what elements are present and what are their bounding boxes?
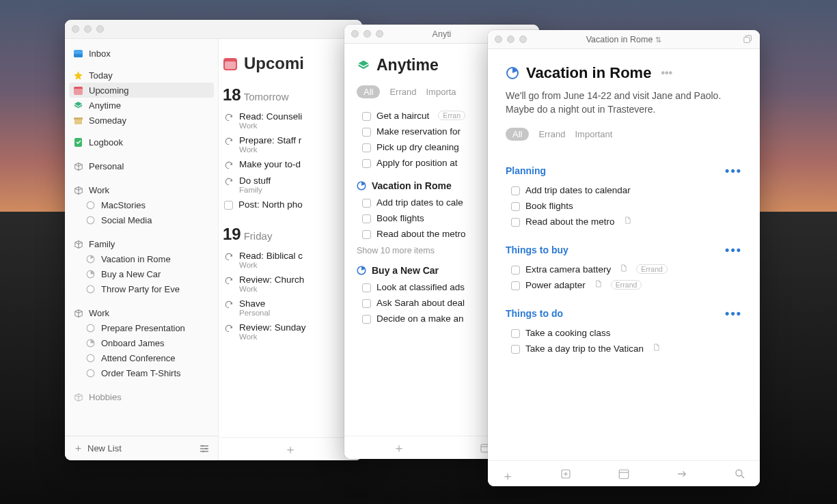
- sidebar-area-family[interactable]: Family: [65, 237, 218, 251]
- section-header[interactable]: Things to buy•••: [506, 229, 742, 262]
- pill-important[interactable]: Importa: [426, 87, 456, 97]
- add-icon[interactable]: ＋: [393, 440, 405, 456]
- more-icon[interactable]: •••: [661, 67, 672, 79]
- sidebar-project[interactable]: Prepare Presentation: [65, 320, 218, 335]
- new-heading-icon[interactable]: [560, 468, 572, 480]
- task-row[interactable]: Book flights: [506, 198, 742, 214]
- section-header[interactable]: Things to do•••: [506, 293, 742, 325]
- sidebar-area-work1[interactable]: Work: [65, 183, 218, 197]
- task-row[interactable]: ShavePersonal: [219, 296, 362, 320]
- sidebar-project[interactable]: Attend Conference: [65, 350, 218, 365]
- sidebar-label: Logbook: [89, 137, 123, 148]
- checkbox[interactable]: [511, 329, 520, 338]
- sidebar-someday[interactable]: Someday: [65, 113, 218, 128]
- checkbox[interactable]: [362, 283, 371, 292]
- pill-all[interactable]: All: [357, 85, 380, 98]
- checkbox[interactable]: [362, 214, 371, 223]
- more-icon[interactable]: •••: [725, 307, 742, 321]
- checkbox[interactable]: [362, 315, 371, 324]
- calendar-icon: [223, 56, 238, 71]
- checkbox[interactable]: [362, 112, 371, 121]
- checkbox[interactable]: [511, 345, 520, 354]
- checkbox[interactable]: [362, 199, 371, 208]
- task-tag[interactable]: Errand: [636, 264, 668, 274]
- checkbox[interactable]: [511, 266, 520, 275]
- pill-all[interactable]: All: [506, 128, 529, 141]
- pie-icon: [85, 353, 96, 363]
- add-icon[interactable]: ＋: [284, 441, 297, 458]
- task-title: Ask Sarah about deal: [376, 298, 465, 308]
- project-label: Throw Party for Eve: [101, 284, 180, 294]
- pie-icon: [506, 66, 519, 80]
- checkbox[interactable]: [362, 128, 371, 137]
- traffic-min[interactable]: [84, 25, 92, 33]
- sidebar-project[interactable]: Order Team T-Shirts: [65, 365, 218, 380]
- calendar-icon: [73, 85, 83, 96]
- task-title: Extra camera battery: [525, 264, 611, 275]
- task-tag[interactable]: Erran: [438, 111, 465, 120]
- titlebar[interactable]: Vacation in Rome⇅: [488, 30, 760, 49]
- task-row[interactable]: Read: Biblical cWork: [219, 248, 362, 272]
- calendar-icon[interactable]: [618, 468, 630, 480]
- section-name: Things to do: [506, 308, 563, 319]
- checkbox[interactable]: [362, 143, 371, 152]
- traffic-max[interactable]: [96, 25, 104, 33]
- checkbox[interactable]: [362, 299, 371, 308]
- pill-important[interactable]: Important: [575, 129, 612, 139]
- task-row[interactable]: Do stuffFamily: [219, 173, 362, 197]
- task-row[interactable]: Post: North pho: [219, 197, 362, 212]
- checkbox[interactable]: [362, 230, 371, 239]
- sidebar-project[interactable]: Vacation in Rome: [65, 251, 218, 266]
- titlebar[interactable]: [65, 20, 362, 39]
- pill-errand[interactable]: Errand: [538, 129, 565, 139]
- task-title: Get a haircut: [376, 111, 429, 121]
- checkbox[interactable]: [511, 186, 520, 195]
- move-icon[interactable]: [676, 468, 688, 480]
- task-tag[interactable]: Errand: [611, 280, 642, 290]
- task-project: Work: [239, 122, 302, 130]
- task-row[interactable]: Power adapterErrand: [506, 277, 742, 293]
- checkbox[interactable]: [362, 159, 371, 168]
- sidebar-project[interactable]: MacStories: [65, 197, 218, 212]
- checkbox[interactable]: [224, 201, 233, 210]
- sidebar-project[interactable]: Buy a New Car: [65, 266, 218, 281]
- task-row[interactable]: Add trip dates to calendar: [506, 182, 742, 198]
- sidebar-logbook[interactable]: Logbook: [65, 135, 218, 150]
- new-list-button[interactable]: ＋ New List: [73, 442, 122, 455]
- project-title: Vacation in Rome •••: [506, 64, 742, 82]
- checkbox[interactable]: [511, 218, 520, 227]
- checkbox[interactable]: [511, 281, 520, 290]
- sidebar-area-hobbies[interactable]: Hobbies: [65, 390, 218, 404]
- task-row[interactable]: Read: CounseliWork: [219, 109, 362, 132]
- task-row[interactable]: Make your to-d: [219, 156, 362, 173]
- sidebar-today[interactable]: Today: [65, 68, 218, 83]
- traffic-close[interactable]: [72, 25, 79, 33]
- dropdown-icon[interactable]: ⇅: [655, 36, 661, 44]
- section-header[interactable]: Planning•••: [506, 150, 742, 182]
- task-title: Book flights: [376, 213, 424, 223]
- settings-icon[interactable]: [199, 443, 210, 454]
- more-icon[interactable]: •••: [725, 164, 742, 178]
- checkbox[interactable]: [511, 202, 520, 211]
- project-notes[interactable]: We'll go from June 14-22 and visit Jane …: [506, 89, 723, 117]
- sidebar-project[interactable]: Social Media: [65, 212, 218, 227]
- sidebar-inbox[interactable]: Inbox: [65, 46, 218, 61]
- sidebar-upcoming[interactable]: Upcoming: [69, 83, 214, 98]
- duplicate-icon[interactable]: [743, 34, 753, 44]
- add-icon[interactable]: ＋: [502, 468, 514, 480]
- task-row[interactable]: Prepare: Staff rWork: [219, 132, 362, 156]
- task-row[interactable]: Take a day trip to the Vatican: [506, 341, 742, 356]
- pill-errand[interactable]: Errand: [389, 87, 416, 97]
- sidebar-project[interactable]: Onboard James: [65, 335, 218, 350]
- task-row[interactable]: Take a cooking class: [506, 325, 742, 341]
- sidebar-anytime[interactable]: Anytime: [65, 98, 218, 113]
- sidebar-area-personal[interactable]: Personal: [65, 159, 218, 173]
- sidebar-project[interactable]: Throw Party for Eve: [65, 281, 218, 296]
- sidebar-area-work2[interactable]: Work: [65, 306, 218, 320]
- task-row[interactable]: Extra camera batteryErrand: [506, 262, 742, 277]
- more-icon[interactable]: •••: [725, 243, 742, 257]
- task-row[interactable]: Read about the metro: [506, 214, 742, 229]
- task-row[interactable]: Review: ChurchWork: [219, 272, 362, 296]
- search-icon[interactable]: [734, 468, 746, 480]
- task-row[interactable]: Review: SundayWork: [219, 320, 362, 344]
